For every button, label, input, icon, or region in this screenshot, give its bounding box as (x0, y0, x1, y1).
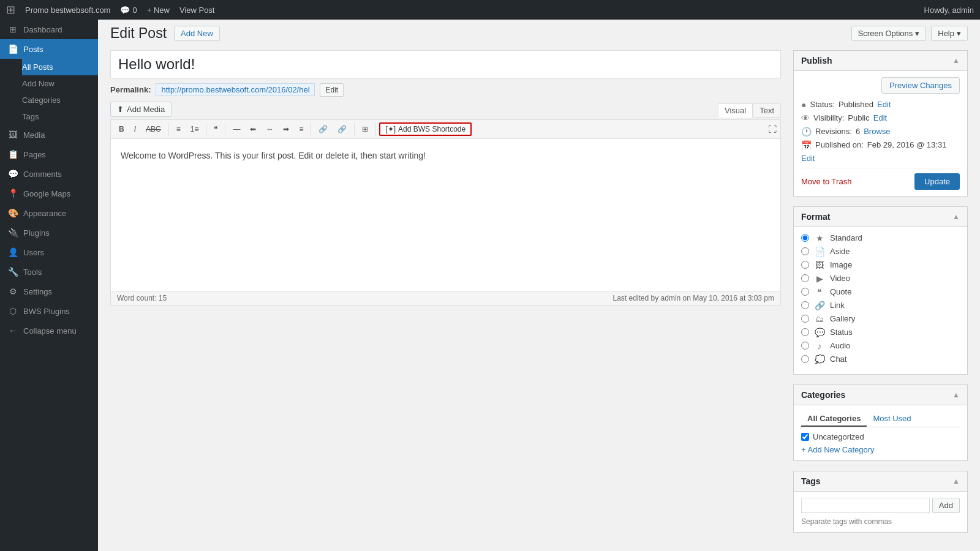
publish-date-edit-row: Edit (801, 154, 960, 163)
screen-options-button[interactable]: Screen Options ▾ (851, 26, 927, 41)
help-button[interactable]: Help ▾ (931, 26, 968, 41)
align-left-button[interactable]: ⬅ (246, 122, 260, 136)
permalink-url-input[interactable]: http://promo.bestwebsoft.com/2016/02/hel… (156, 83, 315, 96)
edit-permalink-button[interactable]: Edit (320, 83, 344, 97)
format-metabox-body: ★ Standard 📄 Aside 🖼 Image (794, 227, 967, 374)
category-uncategorized-checkbox[interactable] (801, 433, 809, 441)
format-radio-link[interactable] (801, 301, 809, 309)
editor-content[interactable]: Welcome to WordPress. This is your first… (110, 138, 781, 291)
adminbar-site[interactable]: Promo bestwebsoft.com (25, 6, 110, 15)
sidebar-item-bws-plugins[interactable]: ⬡ BWS Plugins (0, 301, 98, 321)
revisions-icon: 🕐 (801, 127, 812, 137)
add-new-category-link[interactable]: + Add New Category (801, 445, 960, 454)
sidebar-item-add-new-post[interactable]: Add New (22, 75, 98, 92)
visual-tab[interactable]: Visual (718, 103, 753, 118)
publish-visibility-row: 👁 Visibility: Public Edit (801, 113, 960, 123)
format-metabox-header[interactable]: Format ▲ (794, 207, 967, 227)
publish-metabox-body: Preview Changes ● Status: Published Edit… (794, 71, 967, 196)
publish-metabox-header[interactable]: Publish ▲ (794, 51, 967, 71)
category-uncategorized-row: Uncategorized (801, 432, 960, 441)
standard-icon: ★ (814, 233, 825, 243)
sidebar-item-users[interactable]: 👤 Users (0, 242, 98, 262)
media-icon: 🖼 (7, 130, 18, 140)
sidebar-item-pages[interactable]: 📋 Pages (0, 144, 98, 164)
sidebar-item-plugins[interactable]: 🔌 Plugins (0, 223, 98, 242)
align-justify-button[interactable]: ≡ (295, 122, 307, 136)
most-used-tab[interactable]: Most Used (867, 411, 917, 427)
format-radio-video[interactable] (801, 274, 809, 282)
horizontal-rule-button[interactable]: — (228, 122, 244, 136)
bold-button[interactable]: B (115, 122, 129, 136)
add-new-button[interactable]: Add New (174, 26, 220, 41)
format-radio-audio[interactable] (801, 342, 809, 350)
add-media-button[interactable]: ⬆ Add Media (110, 102, 172, 117)
status-edit-link[interactable]: Edit (877, 100, 891, 109)
help-chevron-icon: ▾ (957, 29, 961, 38)
expand-editor-button[interactable]: ⛶ (768, 124, 777, 134)
sidebar-item-google-maps[interactable]: 📍 Google Maps (0, 184, 98, 203)
all-categories-tab[interactable]: All Categories (801, 411, 867, 427)
image-icon: 🖼 (814, 260, 825, 270)
editor-footer: Word count: 15 Last edited by admin on M… (110, 291, 781, 305)
toolbar-separator-5 (354, 123, 355, 135)
sidebar-item-appearance[interactable]: 🎨 Appearance (0, 203, 98, 223)
format-radio-image[interactable] (801, 261, 809, 269)
chevron-down-icon: ▾ (915, 29, 919, 38)
tags-input[interactable] (801, 498, 930, 513)
remove-link-button[interactable]: 🔗 (333, 122, 351, 136)
post-title-input[interactable]: Hello world! (110, 50, 781, 78)
sidebar-item-settings[interactable]: ⚙ Settings (0, 282, 98, 301)
format-radio-gallery[interactable] (801, 315, 809, 323)
media-tab-row: ⬆ Add Media Visual Text (110, 102, 781, 119)
blockquote-button[interactable]: ❝ (209, 122, 222, 136)
status-icon: ● (801, 100, 806, 110)
visibility-edit-link[interactable]: Edit (873, 113, 887, 122)
published-value: Feb 29, 2016 @ 13:31 (867, 140, 947, 149)
format-radio-standard[interactable] (801, 234, 809, 242)
sidebar-item-categories[interactable]: Categories (22, 92, 98, 108)
sidebar-item-tools[interactable]: 🔧 Tools (0, 262, 98, 282)
insert-link-button[interactable]: 🔗 (314, 122, 332, 136)
align-right-button[interactable]: ➡ (279, 122, 293, 136)
adminbar-comments[interactable]: 💬 0 (120, 6, 137, 15)
sidebar-item-tags[interactable]: Tags (22, 108, 98, 125)
sidebar-item-media[interactable]: 🖼 Media (0, 125, 98, 144)
sidebar-item-dashboard[interactable]: ⊞ Dashboard (0, 20, 98, 39)
sidebar-item-all-posts[interactable]: All Posts (22, 59, 98, 75)
unordered-list-button[interactable]: ≡ (172, 122, 185, 136)
video-icon: ▶ (814, 274, 825, 283)
align-center-button[interactable]: ↔ (262, 122, 277, 136)
format-label-status: Status (830, 328, 853, 337)
header-right: Screen Options ▾ Help ▾ (851, 26, 968, 41)
sidebar-item-collapse[interactable]: ← Collapse menu (0, 321, 98, 340)
revisions-browse-link[interactable]: Browse (864, 127, 890, 136)
revisions-value: 6 (856, 127, 860, 136)
format-radio-chat[interactable] (801, 355, 809, 363)
format-radio-quote[interactable] (801, 288, 809, 296)
posts-icon: 📄 (7, 44, 18, 54)
strikethrough-button[interactable]: ABC (141, 122, 165, 136)
sidebar-item-posts[interactable]: 📄 Posts (0, 39, 98, 59)
categories-metabox-header[interactable]: Categories ▲ (794, 385, 967, 405)
status-label: Status: (810, 100, 834, 109)
format-label-chat: Chat (830, 354, 846, 364)
add-tag-button[interactable]: Add (932, 498, 960, 513)
italic-button[interactable]: I (130, 122, 140, 136)
preview-changes-button[interactable]: Preview Changes (881, 77, 960, 94)
format-option-link: 🔗 Link (801, 301, 960, 310)
published-edit-link[interactable]: Edit (801, 154, 815, 163)
update-button[interactable]: Update (914, 173, 960, 190)
adminbar-new[interactable]: + New (147, 6, 170, 15)
bws-shortcode-label: Add BWS Shortcode (398, 125, 466, 133)
text-tab[interactable]: Text (753, 103, 781, 118)
tags-metabox-header[interactable]: Tags ▲ (794, 471, 967, 492)
ordered-list-button[interactable]: 1≡ (186, 122, 203, 136)
permalink-label: Permalink: (110, 85, 151, 94)
move-to-trash-link[interactable]: Move to Trash (801, 177, 851, 186)
bws-shortcode-button[interactable]: [✦] Add BWS Shortcode (379, 122, 472, 136)
sidebar-item-comments[interactable]: 💬 Comments (0, 164, 98, 184)
adminbar-view-post[interactable]: View Post (179, 6, 215, 15)
format-radio-status[interactable] (801, 328, 809, 336)
format-radio-aside[interactable] (801, 247, 809, 255)
insert-table-button[interactable]: ⊞ (358, 122, 372, 136)
